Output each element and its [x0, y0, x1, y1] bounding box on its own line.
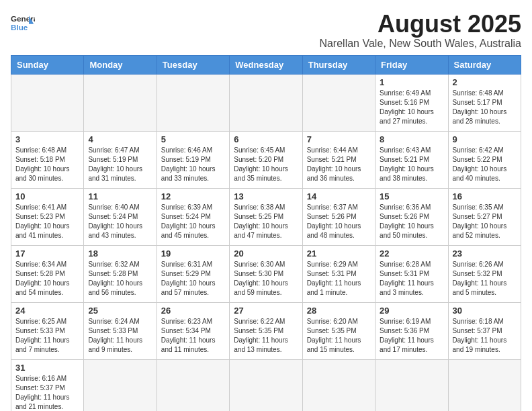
day-number: 23 [453, 248, 517, 259]
day-number: 10 [15, 191, 79, 201]
calendar-cell-w4-d1: 18Sunrise: 6:32 AM Sunset: 5:28 PM Dayli… [84, 245, 157, 302]
calendar-cell-w3-d5: 15Sunrise: 6:36 AM Sunset: 5:26 PM Dayli… [375, 188, 448, 245]
day-info: Sunrise: 6:44 AM Sunset: 5:21 PM Dayligh… [307, 146, 371, 183]
day-number: 7 [307, 134, 371, 144]
day-number: 17 [15, 248, 79, 259]
day-info: Sunrise: 6:46 AM Sunset: 5:19 PM Dayligh… [161, 146, 225, 183]
calendar-cell-w3-d3: 13Sunrise: 6:38 AM Sunset: 5:25 PM Dayli… [230, 188, 302, 245]
calendar-header-row: Sunday Monday Tuesday Wednesday Thursday… [11, 55, 521, 74]
calendar-cell-w2-d6: 9Sunrise: 6:42 AM Sunset: 5:22 PM Daylig… [448, 131, 521, 188]
calendar-cell-w2-d3: 6Sunrise: 6:45 AM Sunset: 5:20 PM Daylig… [230, 131, 302, 188]
day-info: Sunrise: 6:43 AM Sunset: 5:21 PM Dayligh… [380, 146, 443, 183]
calendar-cell-w5-d2: 26Sunrise: 6:23 AM Sunset: 5:34 PM Dayli… [157, 302, 229, 359]
day-info: Sunrise: 6:48 AM Sunset: 5:18 PM Dayligh… [15, 146, 79, 183]
day-number: 21 [307, 248, 371, 259]
day-info: Sunrise: 6:30 AM Sunset: 5:30 PM Dayligh… [234, 260, 298, 298]
calendar-cell-w1-d4 [302, 74, 375, 131]
calendar-cell-w6-d1 [84, 359, 157, 411]
day-info: Sunrise: 6:47 AM Sunset: 5:19 PM Dayligh… [88, 146, 152, 183]
calendar-cell-w6-d4 [302, 359, 375, 411]
day-number: 9 [453, 134, 517, 144]
day-number: 18 [88, 248, 152, 259]
day-info: Sunrise: 6:40 AM Sunset: 5:24 PM Dayligh… [88, 203, 152, 240]
calendar-cell-w1-d0 [11, 74, 84, 131]
day-info: Sunrise: 6:16 AM Sunset: 5:37 PM Dayligh… [15, 374, 79, 411]
day-info: Sunrise: 6:42 AM Sunset: 5:22 PM Dayligh… [453, 146, 517, 183]
calendar-cell-w2-d2: 5Sunrise: 6:46 AM Sunset: 5:19 PM Daylig… [157, 131, 229, 188]
calendar-cell-w6-d5 [375, 359, 448, 411]
day-number: 20 [234, 248, 298, 259]
calendar-cell-w2-d5: 8Sunrise: 6:43 AM Sunset: 5:21 PM Daylig… [375, 131, 448, 188]
day-number: 29 [380, 306, 443, 316]
day-number: 27 [234, 306, 298, 316]
day-info: Sunrise: 6:35 AM Sunset: 5:27 PM Dayligh… [453, 203, 517, 240]
calendar-cell-w3-d1: 11Sunrise: 6:40 AM Sunset: 5:24 PM Dayli… [84, 188, 157, 245]
day-number: 15 [380, 191, 443, 201]
calendar-cell-w4-d3: 20Sunrise: 6:30 AM Sunset: 5:30 PM Dayli… [230, 245, 302, 302]
calendar-cell-w6-d2 [157, 359, 229, 411]
calendar-cell-w4-d2: 19Sunrise: 6:31 AM Sunset: 5:29 PM Dayli… [157, 245, 229, 302]
calendar-cell-w4-d0: 17Sunrise: 6:34 AM Sunset: 5:28 PM Dayli… [11, 245, 84, 302]
day-info: Sunrise: 6:26 AM Sunset: 5:32 PM Dayligh… [453, 260, 517, 298]
title-block: August 2025 Narellan Vale, New South Wal… [319, 11, 521, 50]
day-info: Sunrise: 6:20 AM Sunset: 5:35 PM Dayligh… [307, 317, 371, 355]
day-info: Sunrise: 6:31 AM Sunset: 5:29 PM Dayligh… [161, 260, 225, 298]
day-number: 31 [15, 363, 79, 373]
day-info: Sunrise: 6:36 AM Sunset: 5:26 PM Dayligh… [380, 203, 443, 240]
day-number: 12 [161, 191, 225, 201]
day-info: Sunrise: 6:22 AM Sunset: 5:35 PM Dayligh… [234, 317, 298, 355]
day-info: Sunrise: 6:49 AM Sunset: 5:16 PM Dayligh… [380, 89, 443, 126]
week-row-4: 17Sunrise: 6:34 AM Sunset: 5:28 PM Dayli… [11, 245, 521, 302]
calendar-cell-w5-d6: 30Sunrise: 6:18 AM Sunset: 5:37 PM Dayli… [448, 302, 521, 359]
day-info: Sunrise: 6:38 AM Sunset: 5:25 PM Dayligh… [234, 203, 298, 240]
day-number: 8 [380, 134, 443, 144]
week-row-3: 10Sunrise: 6:41 AM Sunset: 5:23 PM Dayli… [11, 188, 521, 245]
day-info: Sunrise: 6:23 AM Sunset: 5:34 PM Dayligh… [161, 317, 225, 355]
logo: General Blue [11, 11, 35, 35]
calendar-cell-w4-d6: 23Sunrise: 6:26 AM Sunset: 5:32 PM Dayli… [448, 245, 521, 302]
header-wednesday: Wednesday [230, 55, 302, 74]
day-number: 13 [234, 191, 298, 201]
calendar-cell-w1-d1 [84, 74, 157, 131]
day-number: 30 [453, 306, 517, 316]
day-number: 24 [15, 306, 79, 316]
calendar-cell-w5-d4: 28Sunrise: 6:20 AM Sunset: 5:35 PM Dayli… [302, 302, 375, 359]
day-number: 4 [88, 134, 152, 144]
day-number: 2 [453, 77, 517, 87]
day-number: 1 [380, 77, 443, 87]
calendar-cell-w3-d0: 10Sunrise: 6:41 AM Sunset: 5:23 PM Dayli… [11, 188, 84, 245]
calendar-cell-w4-d5: 22Sunrise: 6:28 AM Sunset: 5:31 PM Dayli… [375, 245, 448, 302]
day-number: 16 [453, 191, 517, 201]
day-number: 3 [15, 134, 79, 144]
header-monday: Monday [84, 55, 157, 74]
page-subtitle: Narellan Vale, New South Wales, Australi… [319, 38, 521, 50]
day-info: Sunrise: 6:34 AM Sunset: 5:28 PM Dayligh… [15, 260, 79, 298]
header-thursday: Thursday [302, 55, 375, 74]
calendar-cell-w5-d1: 25Sunrise: 6:24 AM Sunset: 5:33 PM Dayli… [84, 302, 157, 359]
svg-text:Blue: Blue [11, 23, 28, 32]
week-row-5: 24Sunrise: 6:25 AM Sunset: 5:33 PM Dayli… [11, 302, 521, 359]
day-number: 25 [88, 306, 152, 316]
calendar-cell-w5-d0: 24Sunrise: 6:25 AM Sunset: 5:33 PM Dayli… [11, 302, 84, 359]
day-info: Sunrise: 6:24 AM Sunset: 5:33 PM Dayligh… [88, 317, 152, 355]
header-sunday: Sunday [11, 55, 84, 74]
day-number: 5 [161, 134, 225, 144]
day-number: 6 [234, 134, 298, 144]
page-header: General Blue August 2025 Narellan Vale, … [11, 11, 521, 50]
calendar-cell-w3-d6: 16Sunrise: 6:35 AM Sunset: 5:27 PM Dayli… [448, 188, 521, 245]
calendar-cell-w1-d6: 2Sunrise: 6:48 AM Sunset: 5:17 PM Daylig… [448, 74, 521, 131]
day-info: Sunrise: 6:28 AM Sunset: 5:31 PM Dayligh… [380, 260, 443, 298]
header-saturday: Saturday [448, 55, 521, 74]
calendar-cell-w3-d4: 14Sunrise: 6:37 AM Sunset: 5:26 PM Dayli… [302, 188, 375, 245]
day-info: Sunrise: 6:48 AM Sunset: 5:17 PM Dayligh… [453, 89, 517, 126]
day-info: Sunrise: 6:39 AM Sunset: 5:24 PM Dayligh… [161, 203, 225, 240]
day-info: Sunrise: 6:29 AM Sunset: 5:31 PM Dayligh… [307, 260, 371, 298]
calendar-cell-w6-d0: 31Sunrise: 6:16 AM Sunset: 5:37 PM Dayli… [11, 359, 84, 411]
calendar-cell-w4-d4: 21Sunrise: 6:29 AM Sunset: 5:31 PM Dayli… [302, 245, 375, 302]
week-row-2: 3Sunrise: 6:48 AM Sunset: 5:18 PM Daylig… [11, 131, 521, 188]
day-number: 14 [307, 191, 371, 201]
calendar-cell-w3-d2: 12Sunrise: 6:39 AM Sunset: 5:24 PM Dayli… [157, 188, 229, 245]
calendar-cell-w6-d3 [230, 359, 302, 411]
day-info: Sunrise: 6:25 AM Sunset: 5:33 PM Dayligh… [15, 317, 79, 355]
header-friday: Friday [375, 55, 448, 74]
